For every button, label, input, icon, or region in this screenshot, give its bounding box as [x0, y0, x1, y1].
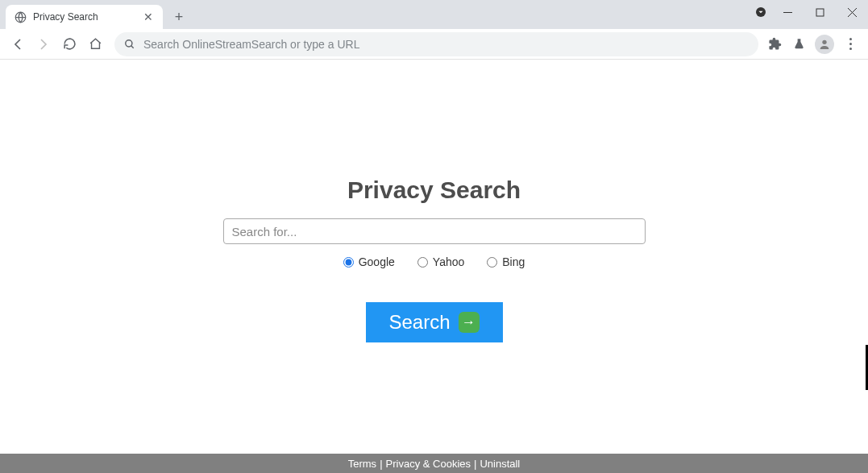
extensions-icon[interactable] [766, 36, 783, 52]
engine-option-google[interactable]: Google [343, 255, 395, 268]
engine-option-bing[interactable]: Bing [487, 255, 525, 268]
browser-toolbar: Search OnlineStreamSearch or type a URL [0, 29, 868, 60]
arrow-right-icon: → [459, 312, 480, 333]
address-bar-placeholder: Search OnlineStreamSearch or type a URL [143, 38, 749, 51]
svg-point-6 [126, 39, 132, 46]
window-titlebar: Privacy Search ✕ + [0, 0, 868, 29]
reload-button[interactable] [58, 33, 81, 56]
search-input[interactable] [223, 218, 646, 244]
search-button[interactable]: Search → [366, 302, 503, 342]
footer-privacy-link[interactable]: Privacy & Cookies [386, 458, 471, 470]
toolbar-right [766, 35, 862, 54]
extension-badge-icon[interactable] [754, 6, 767, 19]
maximize-button[interactable] [804, 0, 836, 24]
close-tab-button[interactable]: ✕ [142, 10, 155, 23]
close-window-button[interactable] [836, 0, 868, 24]
new-tab-button[interactable]: + [168, 6, 190, 28]
forward-button[interactable] [32, 33, 55, 56]
browser-tab[interactable]: Privacy Search ✕ [6, 5, 163, 29]
engine-label: Google [359, 255, 395, 268]
engine-radio-yahoo[interactable] [417, 257, 428, 268]
footer-terms-link[interactable]: Terms [348, 458, 376, 470]
back-button[interactable] [6, 33, 29, 56]
search-icon [124, 39, 135, 50]
page-footer: Terms | Privacy & Cookies | Uninstall [0, 454, 868, 473]
search-button-label: Search [388, 311, 450, 334]
engine-option-yahoo[interactable]: Yahoo [417, 255, 464, 268]
svg-rect-3 [816, 9, 824, 16]
minimize-button[interactable] [771, 0, 804, 24]
svg-line-7 [131, 45, 134, 48]
engine-label: Yahoo [433, 255, 464, 268]
labs-icon[interactable] [791, 36, 807, 52]
browser-menu-button[interactable] [842, 38, 858, 50]
svg-point-8 [822, 39, 826, 44]
footer-uninstall-link[interactable]: Uninstall [480, 458, 520, 470]
search-engine-options: Google Yahoo Bing [343, 255, 525, 268]
profile-avatar[interactable] [815, 35, 834, 54]
address-bar[interactable]: Search OnlineStreamSearch or type a URL [114, 32, 758, 56]
window-controls [771, 0, 868, 24]
home-button[interactable] [84, 33, 106, 56]
page-content: Privacy Search Google Yahoo Bing Search … [0, 60, 868, 454]
engine-radio-bing[interactable] [487, 257, 497, 268]
footer-separator: | [380, 458, 382, 470]
engine-label: Bing [502, 255, 525, 268]
engine-radio-google[interactable] [343, 257, 354, 268]
page-title: Privacy Search [347, 176, 521, 204]
tab-title: Privacy Search [33, 11, 135, 23]
globe-icon [14, 10, 27, 23]
footer-separator: | [474, 458, 476, 470]
